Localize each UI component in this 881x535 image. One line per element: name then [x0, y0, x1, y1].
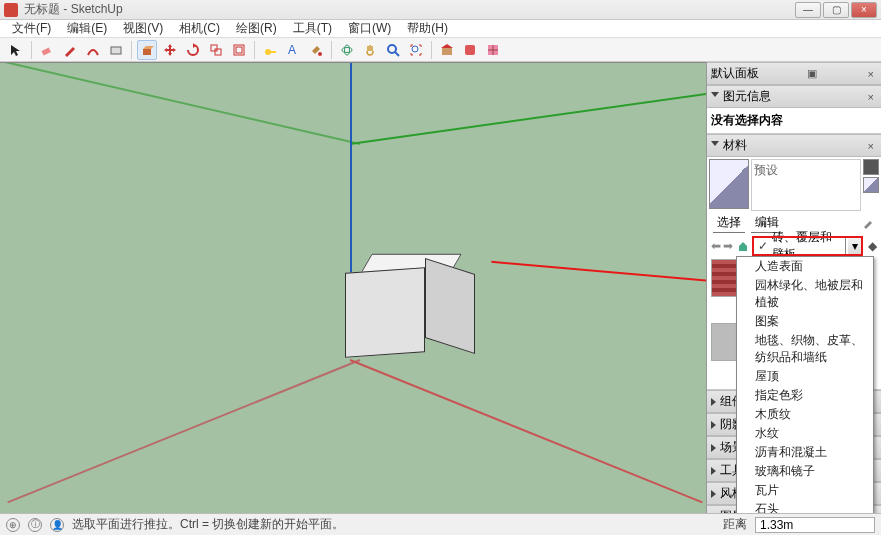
dd-item[interactable]: 指定色彩 — [737, 386, 873, 405]
minimize-button[interactable]: — — [795, 2, 821, 18]
entity-info-text: 没有选择内容 — [711, 113, 783, 127]
menu-window[interactable]: 窗口(W) — [342, 20, 397, 37]
maximize-button[interactable]: ▢ — [823, 2, 849, 18]
svg-text:A: A — [288, 43, 296, 57]
zoom-extents-tool[interactable] — [406, 40, 426, 60]
material-name-field[interactable]: 预设 — [751, 159, 861, 211]
scale-tool[interactable] — [206, 40, 226, 60]
expand-icon — [711, 421, 716, 429]
svg-rect-2 — [143, 49, 151, 55]
warehouse-tool[interactable] — [437, 40, 457, 60]
material-library-menu: 人造表面 园林绿化、地被层和植被 图案 地毯、织物、皮革、纺织品和墙纸 屋顶 指… — [736, 256, 874, 513]
tray-pin-icon[interactable]: ▣ — [804, 67, 820, 80]
dd-item[interactable]: 园林绿化、地被层和植被 — [737, 276, 873, 312]
vcb-input[interactable]: 1.33m — [755, 517, 875, 533]
svg-rect-0 — [42, 47, 51, 55]
geo-icon[interactable]: ⊕ — [6, 518, 20, 532]
entity-info-title: 图元信息 — [723, 88, 771, 105]
tray-close-icon[interactable]: × — [865, 68, 877, 80]
menu-draw[interactable]: 绘图(R) — [230, 20, 283, 37]
menu-tools[interactable]: 工具(T) — [287, 20, 338, 37]
dd-item[interactable]: 木质纹 — [737, 405, 873, 424]
menu-view[interactable]: 视图(V) — [117, 20, 169, 37]
addlocation-tool[interactable] — [483, 40, 503, 60]
tape-tool[interactable] — [260, 40, 280, 60]
nav-back-icon[interactable]: ⬅ — [711, 239, 721, 253]
dd-item[interactable]: 水纹 — [737, 424, 873, 443]
menu-camera[interactable]: 相机(C) — [173, 20, 226, 37]
svg-point-13 — [388, 45, 396, 53]
nav-fwd-icon[interactable]: ➡ — [723, 239, 733, 253]
dd-item[interactable]: 图案 — [737, 312, 873, 331]
create-material-button[interactable] — [863, 159, 879, 175]
annotation-arrow — [491, 261, 706, 295]
expand-icon — [711, 398, 716, 406]
tab-select[interactable]: 选择 — [713, 213, 745, 233]
dd-item[interactable]: 屋顶 — [737, 367, 873, 386]
move-tool[interactable] — [160, 40, 180, 60]
home-icon[interactable] — [735, 238, 751, 254]
text-tool[interactable]: A — [283, 40, 303, 60]
svg-rect-4 — [215, 49, 221, 55]
axis-green — [350, 93, 706, 145]
panel-close-icon[interactable]: × — [865, 91, 877, 103]
dd-item[interactable]: 地毯、织物、皮革、纺织品和墙纸 — [737, 331, 873, 367]
collapse-icon — [711, 92, 719, 101]
tray-header[interactable]: 默认面板 ▣ × — [707, 62, 881, 85]
default-tray: 默认面板 ▣ × 图元信息 × 没有选择内容 材料 × 预设 — [706, 62, 881, 513]
entity-info-body: 没有选择内容 — [707, 108, 881, 134]
axis-red-neg — [7, 359, 360, 503]
statusbar: ⊕ ⓘ 👤 选取平面进行推拉。Ctrl = 切换创建新的开始平面。 距离 1.3… — [0, 513, 881, 535]
rotate-tool[interactable] — [183, 40, 203, 60]
toolbar: A — [0, 38, 881, 62]
paint-tool[interactable] — [306, 40, 326, 60]
svg-rect-8 — [270, 51, 276, 53]
dd-item[interactable]: 沥青和混凝土 — [737, 443, 873, 462]
close-button[interactable]: × — [851, 2, 877, 18]
select-tool[interactable] — [6, 40, 26, 60]
svg-rect-3 — [211, 45, 217, 51]
dd-item[interactable]: 玻璃和镜子 — [737, 462, 873, 481]
eraser-tool[interactable] — [37, 40, 57, 60]
rect-tool[interactable] — [106, 40, 126, 60]
pencil-tool[interactable] — [60, 40, 80, 60]
panel-materials-header[interactable]: 材料 × — [707, 134, 881, 157]
eyedropper-icon[interactable] — [861, 216, 875, 230]
details-icon[interactable]: ◆ — [868, 239, 877, 253]
material-library-dropdown[interactable]: ✓ 砖、覆层和壁板 人造表面 园林绿化、地被层和植被 图案 地毯、织物、皮革、纺… — [753, 237, 846, 255]
menu-file[interactable]: 文件(F) — [6, 20, 57, 37]
window-title: 无标题 - SketchUp — [24, 1, 795, 18]
menu-help[interactable]: 帮助(H) — [401, 20, 454, 37]
orbit-tool[interactable] — [337, 40, 357, 60]
default-material-button[interactable] — [863, 177, 879, 193]
svg-point-10 — [318, 52, 322, 56]
svg-point-15 — [412, 46, 418, 52]
extension-tool[interactable] — [460, 40, 480, 60]
panel-close-icon[interactable]: × — [865, 140, 877, 152]
offset-tool[interactable] — [229, 40, 249, 60]
menubar: 文件(F) 编辑(E) 视图(V) 相机(C) 绘图(R) 工具(T) 窗口(W… — [0, 20, 881, 38]
material-preview-swatch[interactable] — [709, 159, 749, 209]
expand-icon — [711, 490, 716, 498]
pan-tool[interactable] — [360, 40, 380, 60]
panel-entity-info-header[interactable]: 图元信息 × — [707, 85, 881, 108]
arc-tool[interactable] — [83, 40, 103, 60]
svg-line-14 — [395, 52, 399, 56]
3d-viewport[interactable] — [0, 62, 706, 513]
zoom-tool[interactable] — [383, 40, 403, 60]
svg-rect-1 — [111, 47, 121, 54]
credits-icon[interactable]: ⓘ — [28, 518, 42, 532]
dropdown-button[interactable]: ▾ — [848, 237, 862, 255]
pushpull-tool[interactable] — [137, 40, 157, 60]
signin-icon[interactable]: 👤 — [50, 518, 64, 532]
dd-item[interactable]: 石头 — [737, 500, 873, 513]
dd-item[interactable]: 人造表面 — [737, 257, 873, 276]
axis-green-neg — [0, 62, 360, 145]
axis-red — [350, 359, 703, 503]
app-icon — [4, 3, 18, 17]
svg-rect-17 — [465, 45, 475, 55]
dd-item[interactable]: 瓦片 — [737, 481, 873, 500]
menu-edit[interactable]: 编辑(E) — [61, 20, 113, 37]
svg-rect-16 — [442, 48, 452, 55]
cube-model[interactable] — [345, 248, 465, 368]
